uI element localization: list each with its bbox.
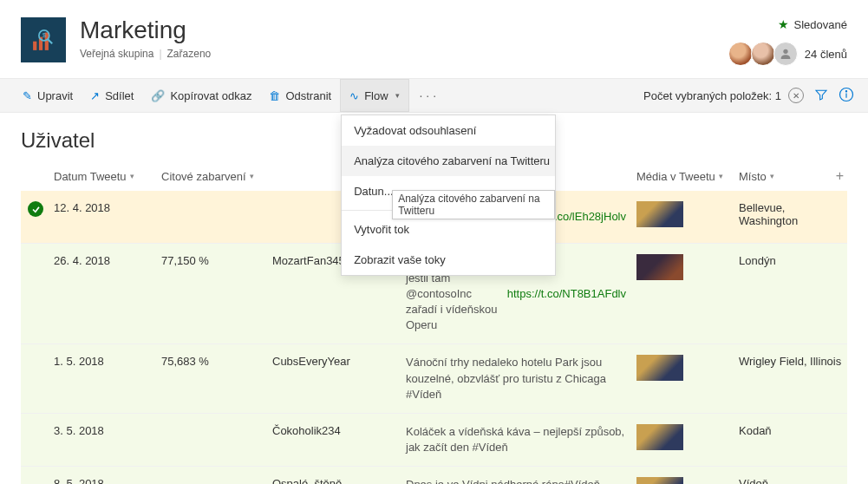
link-icon: 🔗: [151, 89, 165, 102]
site-logo: $: [21, 17, 66, 62]
flow-icon: ∿: [349, 89, 359, 102]
cell-user: Ospalé_štěně: [272, 477, 406, 484]
column-header-date[interactable]: Datum Tweetu▾: [54, 168, 161, 184]
media-thumbnail[interactable]: [636, 254, 683, 280]
chevron-down-icon: ▾: [130, 172, 134, 180]
cell-date: 3. 5. 2018: [54, 424, 161, 437]
cell-place: Vídeň: [739, 477, 847, 484]
flow-menu-item[interactable]: Vyžadovat odsouhlasení: [342, 115, 555, 146]
cell-date: 26. 4. 2018: [54, 254, 161, 267]
share-icon: ↗: [90, 89, 100, 102]
tooltip: Analýza citového zabarvení na Twitteru: [392, 190, 555, 219]
star-icon: ★: [778, 17, 789, 31]
column-header-place[interactable]: Místo▾: [739, 168, 836, 184]
table-row[interactable]: 3. 5. 2018Čokoholik234Koláček a vídeňská…: [21, 414, 847, 467]
filter-icon[interactable]: [814, 88, 828, 104]
copy-link-button[interactable]: 🔗Kopírovat odkaz: [142, 79, 260, 112]
media-thumbnail[interactable]: [636, 477, 683, 484]
edit-button[interactable]: ✎Upravit: [14, 79, 82, 112]
more-button[interactable]: · · ·: [409, 79, 447, 112]
add-column-button[interactable]: +: [836, 168, 847, 184]
members-display[interactable]: 24 členů: [732, 42, 847, 66]
cell-user: CubsEveryYear: [272, 355, 406, 368]
cell-text: Koláček a vídeňská káva – nejlepší způso…: [406, 424, 636, 455]
cell-media: [636, 424, 739, 450]
site-subtitle: Veřejná skupina|Zařazeno: [80, 48, 211, 60]
chevron-down-icon: ▾: [770, 172, 774, 180]
cell-place: Bellevue, Washington: [739, 201, 847, 227]
row-selected-check[interactable]: [28, 201, 43, 217]
media-thumbnail[interactable]: [636, 201, 683, 227]
cell-date: 12. 4. 2018: [54, 201, 161, 214]
tweet-link[interactable]: https://t.co/NT8B1AFdlv: [507, 286, 626, 302]
cell-sentiment: 77,150 %: [161, 254, 272, 267]
cell-date: 8. 5. 2018: [54, 477, 161, 484]
chevron-down-icon: ▾: [250, 172, 254, 180]
cell-place: Kodaň: [739, 424, 847, 437]
avatar: [751, 42, 775, 66]
cell-date: 1. 5. 2018: [54, 355, 161, 368]
chevron-down-icon: ▾: [719, 172, 723, 180]
pencil-icon: ✎: [23, 89, 32, 102]
table-row[interactable]: 8. 5. 2018Ospalé_štěněDnes je ve Vídni n…: [21, 467, 847, 484]
delete-button[interactable]: 🗑Odstranit: [260, 79, 340, 112]
svg-rect-0: [33, 42, 36, 50]
avatar-generic: [773, 42, 798, 66]
clear-selection-button[interactable]: ✕: [788, 88, 804, 103]
cell-media: [636, 477, 739, 484]
chevron-down-icon: ▾: [395, 91, 400, 100]
avatar: [728, 42, 753, 66]
column-header-media[interactable]: Média v Tweetu▾: [636, 168, 739, 184]
share-button[interactable]: ↗Sdílet: [82, 79, 142, 112]
svg-point-9: [845, 90, 846, 91]
flow-dropdown: Vyžadovat odsouhlasení Analýza citového …: [341, 114, 556, 276]
selected-count: Počet vybraných položek: 1 ✕: [643, 88, 804, 103]
cell-media: [636, 355, 739, 381]
command-bar: ✎Upravit ↗Sdílet 🔗Kopírovat odkaz 🗑Odstr…: [0, 78, 868, 113]
cell-sentiment: 75,683 %: [161, 355, 272, 368]
cell-text: Vánoční trhy nedaleko hotelu Park jsou k…: [406, 355, 636, 402]
site-header: $ Marketing Veřejná skupina|Zařazeno ★ S…: [0, 0, 868, 78]
svg-text:$: $: [42, 32, 46, 38]
table-row[interactable]: 1. 5. 201875,683 %CubsEveryYearVánoční t…: [21, 344, 847, 414]
column-header-sentiment[interactable]: Citové zabarvení▾: [161, 168, 272, 184]
cell-place: Wrigley Field, Illinois: [739, 355, 847, 368]
cell-place: Londýn: [739, 254, 847, 267]
flow-button[interactable]: ∿Flow▾ Vyžadovat odsouhlasení Analýza ci…: [340, 79, 408, 112]
page-title[interactable]: Marketing: [80, 17, 211, 44]
media-thumbnail[interactable]: [636, 355, 683, 381]
trash-icon: 🗑: [269, 89, 280, 102]
cell-text: Dnes je ve Vídni nádherné ráno#Vídeň: [406, 477, 636, 484]
follow-button[interactable]: ★ Sledované: [778, 17, 847, 31]
svg-point-6: [783, 49, 787, 54]
info-icon[interactable]: [839, 87, 854, 105]
cell-media: [636, 254, 739, 280]
cell-user: Čokoholik234: [272, 424, 406, 437]
media-thumbnail[interactable]: [636, 424, 683, 450]
flow-menu-item[interactable]: Analýza citového zabarvení na Twitteru: [342, 146, 555, 176]
flow-menu-item[interactable]: Zobrazit vaše toky: [342, 245, 555, 275]
cell-media: [636, 201, 739, 227]
